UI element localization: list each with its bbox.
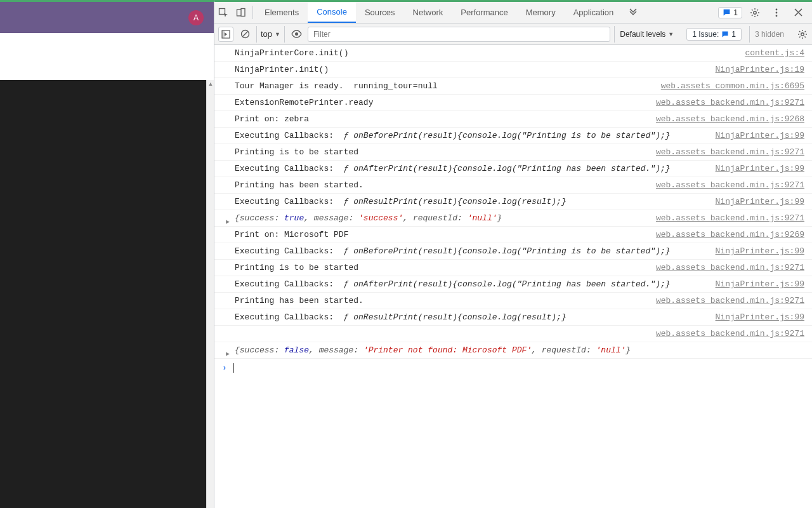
log-levels-label: Default levels	[620, 30, 665, 39]
console-row: Executing Callbacks: ƒ onBeforePrint(res…	[214, 243, 812, 260]
svg-rect-2	[241, 8, 245, 16]
console-message: ExtensionRemotePrinter.ready	[235, 95, 373, 110]
avatar[interactable]: A	[188, 10, 204, 25]
console-prompt[interactable]: ›	[214, 359, 812, 376]
source-link[interactable]: web.assets_backend.min.js:9271	[648, 177, 804, 193]
console-message: Executing Callbacks: ƒ onResultPrint(res…	[235, 309, 566, 325]
app-header: A	[0, 0, 214, 33]
tab-application[interactable]: Application	[565, 2, 623, 23]
issues-chip-top[interactable]: 1	[718, 7, 742, 18]
prompt-arrow-icon: ›	[222, 360, 233, 376]
console-row: NinjaPrinter.init()NinjaPrinter.js:19	[214, 62, 812, 78]
console-row: Tour Manager is ready. running_tour=null…	[214, 78, 812, 95]
console-message: Print on: Microsoft PDF	[235, 227, 348, 243]
console-row: ▶{success: true, message: 'success', req…	[214, 210, 812, 227]
console-message: NinjaPrinter.init()	[235, 62, 329, 77]
svg-point-11	[295, 32, 298, 36]
tabs-overflow-icon[interactable]	[622, 2, 644, 23]
console-row: Executing Callbacks: ƒ onAfterPrint(resu…	[214, 276, 812, 293]
svg-point-12	[801, 32, 804, 35]
hidden-messages-link[interactable]: 3 hidden	[749, 26, 789, 43]
app-blank-area	[0, 33, 214, 80]
console-row: Printing is to be startedweb.assets_back…	[214, 144, 812, 161]
console-message: Executing Callbacks: ƒ onBeforePrint(res…	[235, 128, 671, 144]
issues-chip[interactable]: 1 Issue: 1	[686, 28, 742, 41]
context-label: top	[261, 29, 272, 39]
scroll-up-arrow-icon[interactable]: ▲	[207, 81, 214, 88]
kebab-menu-icon[interactable]	[768, 8, 785, 17]
source-link[interactable]: NinjaPrinter.js:99	[708, 276, 804, 292]
disclosure-triangle-icon[interactable]: ▶	[226, 346, 230, 362]
source-link[interactable]: NinjaPrinter.js:99	[708, 161, 804, 177]
chevron-down-icon: ▼	[668, 31, 674, 37]
svg-point-5	[776, 11, 778, 13]
source-link[interactable]: NinjaPrinter.js:19	[708, 62, 804, 77]
close-devtools-icon[interactable]	[789, 8, 807, 17]
svg-rect-8	[222, 30, 225, 38]
toggle-sidebar-icon[interactable]	[218, 27, 233, 42]
console-row: Executing Callbacks: ƒ onBeforePrint(res…	[214, 128, 812, 144]
text-cursor	[233, 363, 234, 373]
source-link[interactable]: web.assets_backend.min.js:9271	[648, 95, 804, 110]
tab-elements[interactable]: Elements	[256, 2, 308, 23]
svg-point-3	[754, 11, 756, 13]
chevron-down-icon: ▼	[275, 31, 280, 37]
console-row: NinjaPrinterCore.init()content.js:4	[214, 45, 812, 62]
console-message: Print on: zebra	[235, 111, 309, 127]
source-link[interactable]: web.assets_common.min.js:6695	[653, 78, 804, 94]
svg-line-10	[242, 31, 247, 36]
live-expression-eye-icon[interactable]	[289, 27, 304, 42]
console-message: Executing Callbacks: ƒ onAfterPrint(resu…	[235, 276, 671, 292]
source-link[interactable]: NinjaPrinter.js:99	[708, 194, 804, 210]
source-link[interactable]: web.assets_backend.min.js:9269	[648, 227, 804, 243]
console-message: Executing Callbacks: ƒ onResultPrint(res…	[235, 194, 566, 210]
svg-point-4	[776, 8, 778, 10]
source-link[interactable]: content.js:4	[737, 45, 804, 61]
console-message: Executing Callbacks: ƒ onBeforePrint(res…	[235, 243, 671, 259]
devtools-panel: Elements Console Sources Network Perform…	[214, 0, 812, 508]
console-message: Printing is to be started	[235, 144, 358, 160]
tab-sources[interactable]: Sources	[356, 2, 404, 23]
clear-console-icon[interactable]	[237, 27, 252, 42]
source-link[interactable]: web.assets_backend.min.js:9271	[648, 260, 804, 276]
source-link[interactable]: NinjaPrinter.js:99	[708, 243, 804, 259]
chat-bubble-icon	[723, 8, 731, 17]
console-row: Printing is to be startedweb.assets_back…	[214, 260, 812, 276]
console-message: Printing has been started.	[235, 293, 363, 309]
filter-input[interactable]	[308, 27, 610, 42]
tab-network[interactable]: Network	[404, 2, 452, 23]
console-row: Print on: Microsoft PDFweb.assets_backen…	[214, 227, 812, 243]
settings-gear-icon[interactable]	[746, 8, 764, 18]
console-message: Executing Callbacks: ƒ onAfterPrint(resu…	[235, 161, 671, 177]
console-row: Executing Callbacks: ƒ onResultPrint(res…	[214, 309, 812, 326]
chat-bubble-icon	[721, 30, 729, 38]
console-message: {success: false, message: 'Printer not f…	[235, 342, 631, 358]
source-link[interactable]: web.assets_backend.min.js:9271	[648, 144, 804, 160]
console-message: Printing has been started.	[235, 177, 363, 193]
log-levels-selector[interactable]: Default levels ▼	[614, 26, 679, 43]
issues-chip-top-count: 1	[733, 8, 738, 17]
vertical-scrollbar[interactable]: ▲	[206, 80, 214, 508]
source-link[interactable]: web.assets_backend.min.js:9271	[648, 293, 804, 309]
console-row: ExtensionRemotePrinter.readyweb.assets_b…	[214, 95, 812, 111]
source-link[interactable]: web.assets_backend.min.js:9271	[648, 326, 804, 342]
source-link[interactable]: NinjaPrinter.js:99	[708, 309, 804, 325]
device-toolbar-icon[interactable]	[232, 2, 250, 23]
tab-performance[interactable]: Performance	[452, 2, 516, 23]
inspect-element-icon[interactable]	[214, 2, 232, 23]
tab-memory[interactable]: Memory	[517, 2, 565, 23]
tab-console[interactable]: Console	[308, 2, 356, 23]
context-selector[interactable]: top ▼	[256, 26, 285, 43]
console-settings-gear-icon[interactable]	[793, 27, 808, 42]
app-dark-panel	[0, 80, 206, 508]
console-row: Printing has been started.web.assets_bac…	[214, 293, 812, 309]
console-row: Printing has been started.web.assets_bac…	[214, 177, 812, 194]
console-message: Printing is to be started	[235, 260, 358, 276]
svg-point-6	[776, 15, 778, 17]
source-link[interactable]: web.assets_backend.min.js:9271	[648, 210, 804, 226]
console-row: Executing Callbacks: ƒ onResultPrint(res…	[214, 194, 812, 210]
source-link[interactable]: NinjaPrinter.js:99	[708, 128, 804, 144]
console-row: Executing Callbacks: ƒ onAfterPrint(resu…	[214, 161, 812, 177]
source-link[interactable]: web.assets_backend.min.js:9268	[648, 111, 804, 127]
console-message: {success: true, message: 'success', requ…	[235, 210, 502, 226]
